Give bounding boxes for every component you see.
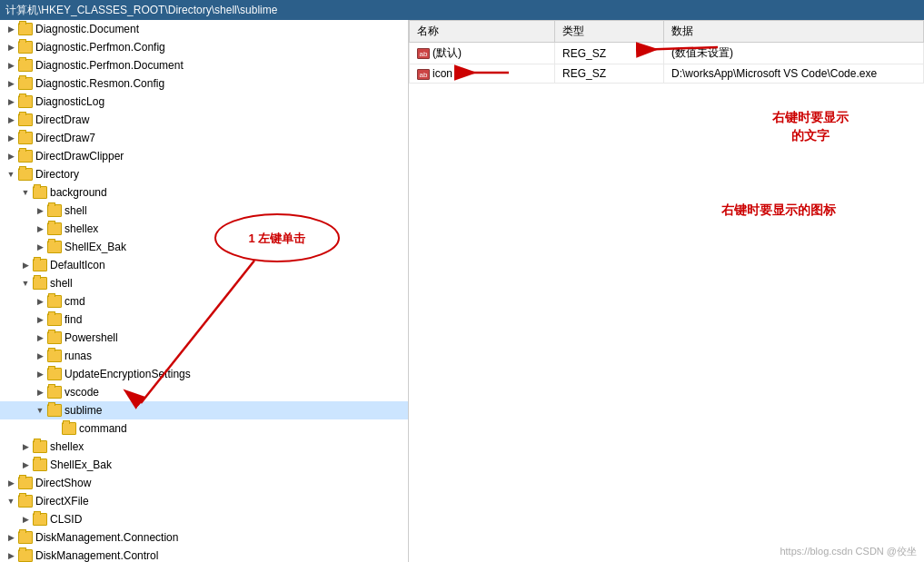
folder-icon-diag-doc: [18, 23, 33, 35]
tree-item-shell[interactable]: shell: [0, 202, 408, 220]
tree-item-runas[interactable]: runas: [0, 347, 408, 365]
expander-updateenc[interactable]: [33, 367, 47, 381]
folder-icon-diag-perfmon-doc: [18, 59, 33, 72]
watermark: https://blog.csdn CSDN @佼坐: [780, 545, 917, 558]
col-type: 类型: [555, 21, 664, 43]
tree-item-background[interactable]: background: [0, 183, 408, 202]
tree-item-shellex-bak[interactable]: ShellEx_Bak: [0, 238, 408, 256]
tree-item-diag-resmon-config[interactable]: Diagnostic.Resmon.Config: [0, 74, 408, 93]
expander-shellex2[interactable]: [18, 439, 33, 454]
expander-diag-resmon-config[interactable]: [4, 76, 18, 91]
tree-item-powershell[interactable]: Powershell: [0, 329, 408, 347]
tree-item-vscode[interactable]: vscode: [0, 383, 408, 401]
tree-label-directdraw: DirectDraw: [35, 113, 89, 126]
registry-row-0[interactable]: ab(默认)REG_SZ(数值未设置): [410, 43, 924, 64]
tree-item-defaulticon[interactable]: DefaultIcon: [0, 256, 408, 274]
tree-item-diskconn[interactable]: DiskManagement.Connection: [0, 528, 408, 547]
tree-label-updateenc: UpdateEncryptionSettings: [65, 368, 191, 380]
tree-item-diskctrl[interactable]: DiskManagement.Control: [0, 547, 408, 562]
callout-text-label: 右键时要显示 的文字: [751, 109, 869, 144]
tree-item-shellex2[interactable]: shellex: [0, 438, 408, 456]
tree-item-shellex[interactable]: shellex: [0, 220, 408, 238]
tree-label-command: command: [79, 422, 127, 435]
tree-item-directshow[interactable]: DirectShow: [0, 474, 408, 492]
expander-diaglog[interactable]: [4, 94, 18, 109]
expander-shellex-bak[interactable]: [33, 240, 47, 254]
tree-item-directxfile[interactable]: DirectXFile: [0, 492, 408, 510]
tree-item-directory[interactable]: Directory: [0, 165, 408, 183]
folder-icon-directshow: [18, 477, 33, 489]
tree-label-shellex2: shellex: [50, 440, 84, 453]
expander-command[interactable]: [47, 421, 62, 436]
expander-directxfile[interactable]: [4, 494, 18, 508]
tree-item-directdrawclipper[interactable]: DirectDrawClipper: [0, 147, 408, 165]
tree-item-updateenc[interactable]: UpdateEncryptionSettings: [0, 365, 408, 383]
title-bar: 计算机\HKEY_CLASSES_ROOT\Directory\shell\su…: [0, 0, 924, 20]
expander-shellex-bak2[interactable]: [18, 458, 33, 472]
tree-label-diag-perfmon-config: Diagnostic.Perfmon.Config: [35, 41, 165, 54]
callout-icon-label: 右键时要显示的图标: [706, 202, 851, 220]
folder-icon-shell: [47, 204, 62, 217]
tree-item-diag-doc[interactable]: Diagnostic.Document: [0, 20, 408, 38]
tree-item-shellex-bak2[interactable]: ShellEx_Bak: [0, 456, 408, 474]
tree-item-diag-perfmon-doc[interactable]: Diagnostic.Perfmon.Document: [0, 56, 408, 74]
expander-shell2[interactable]: [18, 276, 33, 291]
tree-item-diag-perfmon-config[interactable]: Diagnostic.Perfmon.Config: [0, 38, 408, 56]
right-panel: 名称 类型 数据 ab(默认)REG_SZ(数值未设置)abiconREG_SZ…: [409, 20, 924, 562]
tree-label-diskctrl: DiskManagement.Control: [35, 549, 158, 562]
folder-icon-clsid: [33, 513, 47, 526]
expander-diskctrl[interactable]: [4, 548, 18, 562]
expander-shellex[interactable]: [33, 222, 47, 236]
expander-diag-perfmon-doc[interactable]: [4, 58, 18, 73]
expander-find[interactable]: [33, 312, 47, 327]
tree-item-directdraw7[interactable]: DirectDraw7: [0, 129, 408, 147]
folder-icon-diskctrl: [18, 549, 33, 562]
folder-icon-powershell: [47, 331, 62, 344]
reg-name-0: ab(默认): [410, 43, 555, 64]
folder-icon-diag-perfmon-config: [18, 41, 33, 54]
tree-item-clsid[interactable]: CLSID: [0, 510, 408, 528]
expander-directdrawclipper[interactable]: [4, 149, 18, 163]
expander-shell[interactable]: [33, 203, 47, 218]
tree-label-background: background: [50, 186, 107, 199]
expander-powershell[interactable]: [33, 330, 47, 345]
tree-item-shell2[interactable]: shell: [0, 274, 408, 292]
expander-directshow[interactable]: [4, 476, 18, 490]
tree-label-sublime: sublime: [65, 404, 102, 417]
tree-panel[interactable]: Diagnostic.DocumentDiagnostic.Perfmon.Co…: [0, 20, 409, 562]
folder-icon-sublime: [47, 404, 62, 417]
expander-defaulticon[interactable]: [18, 258, 33, 272]
expander-sublime[interactable]: [33, 403, 47, 418]
expander-background[interactable]: [18, 185, 33, 200]
expander-directdraw7[interactable]: [4, 131, 18, 145]
registry-table: 名称 类型 数据 ab(默认)REG_SZ(数值未设置)abiconREG_SZ…: [409, 20, 924, 84]
reg-name-1: abicon: [410, 64, 555, 84]
folder-icon-directxfile: [18, 495, 33, 508]
tree-item-diaglog[interactable]: DiagnosticLog: [0, 93, 408, 111]
expander-vscode[interactable]: [33, 385, 47, 399]
expander-diskconn[interactable]: [4, 530, 18, 545]
folder-icon-background: [33, 186, 47, 199]
expander-diag-doc[interactable]: [4, 22, 18, 36]
registry-row-1[interactable]: abiconREG_SZD:\worksApp\Microsoft VS Cod…: [410, 64, 924, 84]
tree-item-directdraw[interactable]: DirectDraw: [0, 111, 408, 129]
tree-label-shellex-bak: ShellEx_Bak: [65, 241, 126, 253]
tree-item-sublime[interactable]: sublime: [0, 401, 408, 419]
reg-data-0: (数值未设置): [664, 43, 924, 64]
tree-item-find[interactable]: find: [0, 311, 408, 329]
folder-icon-directdraw7: [18, 132, 33, 144]
folder-icon-directory: [18, 168, 33, 181]
expander-directdraw[interactable]: [4, 113, 18, 127]
tree-label-shell: shell: [65, 204, 87, 217]
folder-icon-directdraw: [18, 113, 33, 126]
tree-label-shell2: shell: [50, 277, 73, 290]
expander-cmd[interactable]: [33, 294, 47, 309]
tree-item-cmd[interactable]: cmd: [0, 292, 408, 311]
tree-label-vscode: vscode: [65, 386, 99, 399]
expander-runas[interactable]: [33, 349, 47, 363]
expander-directory[interactable]: [4, 167, 18, 182]
expander-diag-perfmon-config[interactable]: [4, 40, 18, 54]
folder-icon-shellex: [47, 222, 62, 235]
expander-clsid[interactable]: [18, 512, 33, 527]
tree-item-command[interactable]: command: [0, 419, 408, 438]
